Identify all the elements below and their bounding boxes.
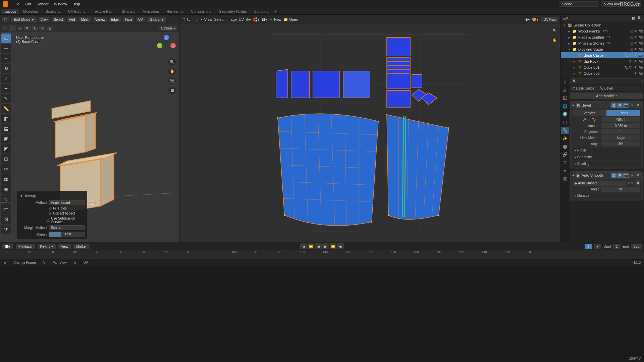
use-subsurf-checkbox[interactable]: ☐ Use Subdivision Surface (47, 217, 85, 224)
bevel-width-type[interactable]: Offset (601, 117, 640, 122)
menu-edit[interactable]: Edit (22, 2, 34, 6)
prop-tab-particles[interactable]: ✨ (561, 135, 569, 142)
bevel-affect-segment[interactable]: Vertices Edges (573, 110, 640, 116)
margin-slider[interactable]: 0.058 (49, 232, 85, 237)
menu-edge[interactable]: Edge (109, 17, 120, 22)
jump-start-button[interactable]: ⏮ (300, 243, 307, 249)
menu-window[interactable]: Window (51, 2, 70, 6)
bevel-toggle-realtime[interactable]: 🖥 (617, 103, 623, 108)
uv-editor-type-icon[interactable]: ⬚ (181, 17, 185, 22)
tool-knife[interactable]: ✂ (1, 164, 11, 174)
orientation-dropdown[interactable]: Global ▾ (147, 17, 166, 22)
autosmooth-sub-manage[interactable]: ▸ Manage (573, 193, 640, 198)
outliner-filter-icon[interactable]: ▤ (632, 16, 635, 20)
uv-sync-icon[interactable]: ⇆ (187, 17, 190, 22)
prop-tab-object[interactable]: ▢ (561, 119, 569, 126)
select-mode-edge[interactable]: ／ (9, 25, 16, 31)
menu-help[interactable]: Help (70, 2, 83, 6)
scene-field[interactable]: Scene (559, 1, 599, 7)
current-frame[interactable]: 1 (585, 244, 592, 249)
tool-move[interactable]: ↔ (1, 54, 11, 63)
start-frame[interactable]: 1 (613, 244, 621, 249)
tool-polybuild[interactable]: ▦ (1, 174, 11, 184)
tool-spin[interactable]: ◉ (1, 184, 11, 194)
tool-measure[interactable]: 📏 (1, 104, 11, 113)
gizmo-x-icon[interactable]: X (170, 43, 176, 48)
prop-tab-material[interactable]: ● (561, 167, 569, 174)
zoom-icon[interactable]: 🔍 (168, 58, 176, 66)
menu-view[interactable]: View (39, 17, 50, 22)
editor-type-icon[interactable]: ⬚ (2, 17, 9, 22)
outliner-object[interactable]: ▸▽Cube.002 👁 📷 (561, 70, 644, 76)
play-button[interactable]: ▶ (322, 243, 329, 249)
tool-extrude[interactable]: ⬓ (1, 124, 11, 133)
uv-image-icon[interactable]: 🖼▾ (262, 17, 267, 22)
bevel-angle[interactable]: 30° (601, 141, 640, 146)
prop-tab-world[interactable]: 🌍 (561, 111, 569, 118)
fill-holes-checkbox[interactable]: ☑ Fill Holes (49, 206, 67, 210)
nav-gizmo[interactable]: Z Y X (157, 35, 176, 54)
tab-animation[interactable]: Animation (140, 9, 163, 14)
autosmooth-toggle-editmode[interactable]: ▥ (611, 173, 616, 178)
autosmooth-close-icon[interactable]: ✕ (635, 173, 641, 178)
outliner-collection[interactable]: ▾📁Blocking Stage☑ 👁 📷 (561, 46, 644, 52)
prop-tab-modifier[interactable]: 🔧 (561, 127, 569, 134)
tab-geometry-nodes[interactable]: Geometry Nodes (215, 9, 250, 14)
tab-scripting[interactable]: Scripting (251, 9, 272, 14)
tool-scale[interactable]: ⤢ (1, 74, 11, 83)
outliner-search-icon[interactable]: 🔍 (637, 16, 642, 20)
timeline-type-icon[interactable]: 🕒▾ (2, 244, 13, 249)
bevel-affect-edges[interactable]: Edges (606, 110, 640, 116)
axis-z[interactable]: Z (47, 26, 53, 31)
camera-icon[interactable]: 📷 (168, 77, 176, 84)
menu-uv[interactable]: UV (136, 17, 145, 22)
bevel-close-icon[interactable]: ✕ (635, 103, 641, 108)
tab-texture-paint[interactable]: Texture Paint (90, 9, 118, 14)
autokey-icon[interactable]: ● (594, 244, 601, 249)
autosmooth-toggle-render[interactable]: 📷 (623, 173, 629, 178)
timeline-playback[interactable]: Playback (16, 244, 35, 249)
uv-menu-select[interactable]: Select (214, 17, 224, 21)
autosmooth-unlink-icon[interactable]: ✕ (635, 180, 640, 186)
uv-menu-view[interactable]: View (204, 17, 212, 21)
viewport-3d[interactable]: ⬚ Edit Mode ▾ View Select Add Mesh Verte… (0, 15, 179, 242)
autosmooth-expand-toggle[interactable]: ▾ (572, 173, 574, 178)
autosmooth-extra-toggle[interactable]: ▾ (629, 173, 635, 178)
autosmooth-name[interactable]: Auto Smooth (582, 173, 603, 177)
outliner-collection[interactable]: ▸📁Pillars & Stones51☑ 👁 📷 (561, 40, 644, 46)
autosmooth-nodegroup[interactable]: ◆ Auto Smooth (573, 181, 626, 186)
timeline-keying[interactable]: Keying ▾ (38, 244, 56, 249)
tool-loopcut[interactable]: ⊡ (1, 154, 11, 164)
timeline-view[interactable]: View (58, 244, 71, 249)
bevel-sub-shading[interactable]: ▸ Shading (573, 161, 640, 167)
method-dropdown[interactable]: Angle Based (49, 200, 85, 205)
menu-file[interactable]: File (11, 2, 22, 6)
tab-shading[interactable]: Shading (118, 9, 139, 14)
tool-select-box[interactable]: ▭ (1, 34, 11, 43)
outliner-scene-collection[interactable]: ▾📚Scene Collection (561, 22, 644, 28)
correct-aspect-checkbox[interactable]: ☑ Correct Aspect (49, 212, 75, 215)
add-workspace-button[interactable]: + (272, 9, 278, 14)
tool-cursor[interactable]: ✛ (1, 44, 11, 53)
outliner-collection[interactable]: ▸📁Flags & Leather11☑ 👁 📷 (561, 34, 644, 40)
tab-modeling[interactable]: Modeling (20, 9, 42, 14)
select-mode-vertex[interactable]: ▫ (2, 26, 7, 31)
uv-edge-icon[interactable]: ／ (195, 17, 199, 22)
play-rev-button[interactable]: ◀ (315, 243, 322, 249)
tool-rip[interactable]: ⧩ (1, 225, 11, 234)
uv-face-icon[interactable]: ▪ (201, 17, 202, 21)
bevel-sub-profile[interactable]: ▸ Profile (573, 147, 640, 153)
tool-annotate[interactable]: ✎ (1, 94, 11, 103)
uv-vert-icon[interactable]: ▫ (192, 17, 193, 21)
next-key-button[interactable]: ⏩ (330, 243, 336, 249)
uv-pan-icon[interactable]: ✋ (551, 36, 558, 44)
tab-sculpting[interactable]: Sculpting (42, 9, 64, 14)
bevel-sub-geometry[interactable]: ▸ Geometry (573, 154, 640, 160)
uv-menu-uv[interactable]: UV (239, 17, 244, 21)
outliner-object[interactable]: ▸▽Cube.001🔧 ▽ 👁 📷 (561, 64, 644, 70)
outliner-object[interactable]: ▸▽Big Rock▽ 👁 📷 (561, 58, 644, 64)
prop-tab-physics[interactable]: ⬤ (561, 143, 569, 150)
uv-overlay-icon[interactable]: ◑▾ (525, 17, 530, 22)
tool-inset[interactable]: ▣ (1, 134, 11, 143)
prop-tab-viewlayer[interactable]: 🖼 (561, 95, 569, 102)
